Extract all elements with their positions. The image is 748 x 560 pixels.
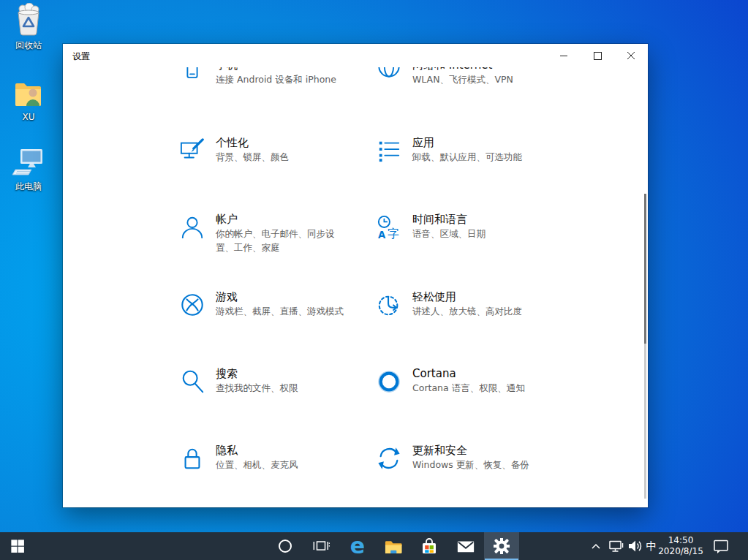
mail-envelope-icon — [456, 538, 475, 554]
tile-title: 手机 — [216, 67, 349, 72]
desktop-icon-this-pc[interactable]: 此电脑 — [3, 144, 54, 193]
cortana-taskbar-button[interactable] — [269, 532, 301, 560]
clock-time: 14:50 — [668, 535, 694, 546]
tray-clock[interactable]: 14:50 2020/8/15 — [658, 532, 703, 560]
user-folder-icon — [11, 75, 46, 110]
tile-title: 个性化 — [216, 136, 349, 150]
settings-gear-icon — [494, 538, 510, 554]
taskbar: e — [0, 532, 748, 560]
tile-privacy[interactable]: 隐私 位置、相机、麦克风 — [178, 444, 349, 475]
tile-subtitle: 查找我的文件、权限 — [216, 381, 349, 395]
tile-title: 轻松使用 — [412, 290, 588, 304]
desktop-icon-recycle-bin[interactable]: 回收站 — [3, 3, 54, 52]
edge-browser-button[interactable]: e — [341, 532, 374, 560]
phone-icon — [178, 67, 207, 83]
tray-ime-indicator[interactable]: 中 — [643, 532, 660, 560]
close-icon — [627, 52, 635, 60]
close-button[interactable] — [614, 44, 648, 67]
svg-text:字: 字 — [388, 227, 399, 240]
desktop-icon-label: XU — [3, 112, 54, 122]
cortana-icon — [374, 367, 404, 398]
tile-subtitle: 语音、区域、日期 — [412, 227, 588, 241]
mail-button[interactable] — [450, 532, 482, 560]
tray-expand-chevron[interactable] — [588, 532, 604, 560]
search-icon — [178, 367, 207, 398]
tile-subtitle: 卸载、默认应用、可选功能 — [412, 150, 588, 164]
tile-title: 应用 — [412, 136, 588, 150]
tile-time-language[interactable]: A 字 时间和语言 语音、区域、日期 — [374, 213, 588, 244]
speaker-icon — [627, 539, 643, 553]
edge-icon: e — [350, 535, 365, 557]
tile-subtitle: Windows 更新、恢复、备份 — [412, 458, 588, 472]
this-pc-icon — [11, 144, 46, 179]
maximize-button[interactable] — [581, 44, 614, 67]
tile-subtitle: 讲述人、放大镜、高对比度 — [412, 304, 588, 318]
settings-taskbar-button[interactable] — [484, 532, 519, 560]
network-icon — [608, 539, 624, 553]
chevron-up-icon — [591, 542, 601, 550]
svg-text:A: A — [378, 230, 386, 240]
maximize-icon — [594, 52, 602, 60]
tile-network[interactable]: 网络和 Internet WLAN、飞行模式、VPN — [374, 67, 588, 86]
task-view-button[interactable] — [305, 532, 337, 560]
task-view-icon — [312, 539, 330, 553]
tile-cortana[interactable]: Cortana Cortana 语言、权限、通知 — [374, 367, 588, 398]
desktop-icon-label: 此电脑 — [3, 181, 54, 193]
minimize-button[interactable] — [547, 44, 581, 67]
tile-subtitle: WLAN、飞行模式、VPN — [412, 72, 588, 86]
file-explorer-icon — [384, 537, 403, 555]
tile-gaming[interactable]: 游戏 游戏栏、截屏、直播、游戏模式 — [178, 290, 349, 322]
tile-subtitle: 游戏栏、截屏、直播、游戏模式 — [216, 304, 349, 318]
microsoft-store-button[interactable] — [413, 532, 445, 560]
action-center-button[interactable] — [708, 532, 734, 560]
tile-phone[interactable]: 手机 连接 Android 设备和 iPhone — [178, 67, 349, 86]
tile-subtitle: Cortana 语言、权限、通知 — [412, 381, 588, 395]
globe-icon — [374, 67, 404, 83]
tile-title: 隐私 — [216, 444, 349, 458]
action-center-icon — [713, 539, 729, 554]
tile-ease-of-access[interactable]: 轻松使用 讲述人、放大镜、高对比度 — [374, 290, 588, 322]
desktop-icon-user-folder[interactable]: XU — [3, 75, 54, 122]
tile-title: Cortana — [412, 367, 588, 381]
update-sync-icon — [374, 444, 404, 475]
store-bag-icon — [420, 537, 439, 556]
recycle-bin-icon — [11, 3, 46, 38]
tile-search[interactable]: 搜索 查找我的文件、权限 — [178, 367, 349, 398]
personalization-icon — [178, 136, 207, 167]
tile-title: 游戏 — [216, 290, 349, 304]
tile-title: 时间和语言 — [412, 213, 588, 227]
window-title: 设置 — [72, 50, 90, 63]
tile-update-security[interactable]: 更新和安全 Windows 更新、恢复、备份 — [374, 444, 588, 475]
gaming-xbox-icon — [178, 290, 207, 322]
start-button[interactable] — [0, 532, 35, 560]
minimize-icon — [560, 52, 568, 60]
cortana-ring-icon — [278, 539, 292, 553]
tray-network-status[interactable] — [605, 532, 627, 560]
desktop[interactable]: 回收站 XU 此电脑 设置 — [0, 0, 748, 560]
tile-subtitle: 你的帐户、电子邮件、同步设置、工作、家庭 — [216, 227, 349, 254]
ease-of-access-icon — [374, 290, 404, 322]
desktop-icon-label: 回收站 — [3, 39, 54, 52]
privacy-lock-icon — [178, 444, 207, 475]
tile-title: 更新和安全 — [412, 444, 588, 458]
tile-title: 帐户 — [216, 213, 349, 227]
window-titlebar[interactable]: 设置 — [63, 44, 648, 67]
tray-volume[interactable] — [626, 532, 645, 560]
tile-subtitle: 连接 Android 设备和 iPhone — [216, 72, 349, 86]
tile-title: 搜索 — [216, 367, 349, 381]
tile-accounts[interactable]: 帐户 你的帐户、电子邮件、同步设置、工作、家庭 — [178, 213, 349, 254]
settings-home-grid: 手机 连接 Android 设备和 iPhone 网络和 Internet WL… — [63, 67, 648, 507]
time-language-icon: A 字 — [374, 213, 404, 244]
tile-personalization[interactable]: 个性化 背景、锁屏、颜色 — [178, 136, 349, 167]
tile-apps[interactable]: 应用 卸载、默认应用、可选功能 — [374, 136, 588, 167]
tile-subtitle: 位置、相机、麦克风 — [216, 458, 349, 472]
clock-date: 2020/8/15 — [658, 546, 703, 557]
apps-icon — [374, 136, 404, 167]
scrollbar-thumb[interactable] — [644, 194, 646, 344]
accounts-icon — [178, 213, 207, 244]
tile-title: 网络和 Internet — [412, 67, 588, 72]
tile-subtitle: 背景、锁屏、颜色 — [216, 150, 349, 164]
file-explorer-button[interactable] — [377, 532, 409, 560]
windows-logo-icon — [10, 539, 25, 553]
settings-window: 设置 手机 连接 Android 设备和 iP — [63, 44, 648, 507]
